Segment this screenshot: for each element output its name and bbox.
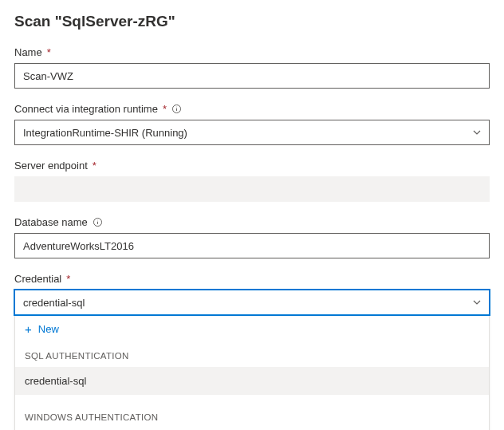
credential-option-sql[interactable]: credential-sql [15, 367, 489, 395]
field-runtime: Connect via integration runtime * Integr… [14, 103, 490, 145]
endpoint-label: Server endpoint * [14, 160, 490, 172]
plus-icon: + [25, 323, 32, 335]
credential-label: Credential * [14, 273, 490, 285]
credential-label-text: Credential [14, 273, 61, 285]
database-input[interactable] [14, 233, 490, 258]
credential-dropdown: + New SQL AUTHENTICATION credential-sql … [14, 315, 490, 430]
required-indicator: * [93, 160, 96, 172]
credential-select-value: credential-sql [23, 297, 85, 309]
required-indicator: * [163, 103, 167, 115]
field-endpoint: Server endpoint * [14, 160, 490, 202]
info-icon[interactable] [93, 217, 103, 227]
runtime-select-value: IntegrationRuntime-SHIR (Running) [23, 127, 187, 139]
name-label-text: Name [14, 46, 42, 58]
credential-new-label: New [38, 323, 59, 335]
runtime-select[interactable]: IntegrationRuntime-SHIR (Running) [14, 120, 490, 145]
endpoint-input[interactable] [14, 176, 490, 202]
field-credential: Credential * credential-sql + New SQL AU… [14, 273, 490, 430]
credential-select[interactable]: credential-sql [14, 290, 490, 315]
runtime-label: Connect via integration runtime * [14, 103, 490, 115]
credential-group-header: WINDOWS AUTHENTICATION [15, 404, 489, 428]
svg-point-2 [176, 106, 177, 107]
runtime-label-text: Connect via integration runtime [14, 103, 158, 115]
database-label: Database name [14, 216, 490, 228]
dropdown-separator [15, 395, 489, 404]
info-icon[interactable] [171, 104, 182, 114]
field-name: Name * [14, 46, 490, 89]
name-input[interactable] [14, 63, 490, 89]
page-title: Scan "SqlServer-zRG" [14, 13, 490, 30]
field-database: Database name [14, 216, 490, 258]
credential-new-option[interactable]: + New [15, 315, 489, 343]
database-label-text: Database name [14, 216, 88, 228]
required-indicator: * [66, 273, 70, 285]
endpoint-label-text: Server endpoint [14, 160, 88, 172]
name-label: Name * [14, 46, 490, 58]
required-indicator: * [47, 46, 51, 58]
svg-point-5 [97, 219, 98, 220]
credential-group-header: SQL AUTHENTICATION [15, 343, 489, 367]
